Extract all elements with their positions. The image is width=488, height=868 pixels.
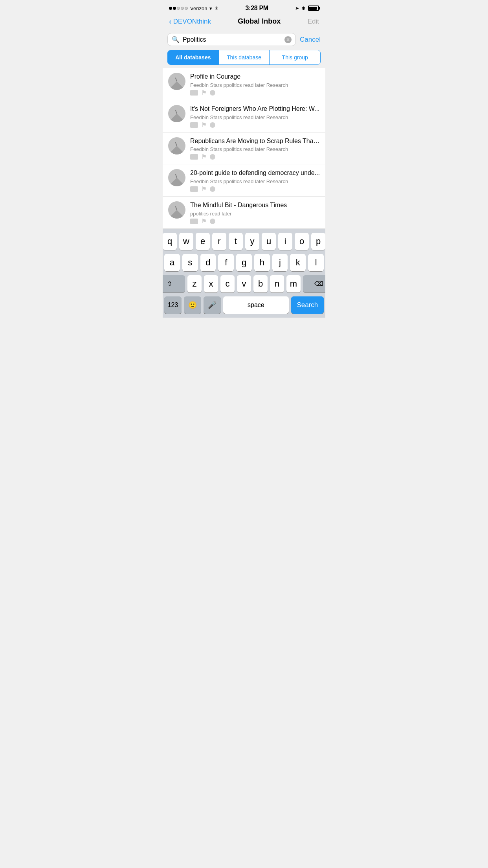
keyboard: q w e r t y u i o p a s d f g h j k l ⇧ … <box>163 229 325 318</box>
key-z[interactable]: z <box>187 275 202 292</box>
activity-icon: ✳ <box>215 6 218 11</box>
status-dot <box>210 219 215 224</box>
key-i[interactable]: i <box>278 233 292 250</box>
key-t[interactable]: t <box>229 233 243 250</box>
label-icon <box>190 90 198 96</box>
key-e[interactable]: e <box>196 233 210 250</box>
key-c[interactable]: c <box>220 275 235 292</box>
tab-all-databases[interactable]: All databases <box>168 50 219 64</box>
key-a[interactable]: a <box>164 254 180 271</box>
result-tags: Feedbin Stars ppolitics read later Resea… <box>190 178 320 184</box>
result-content: The Mindful Bit - Dangerous Times ppolit… <box>190 201 320 224</box>
label-icon <box>190 122 198 128</box>
result-content: Republicans Are Moving to Scrap Rules Th… <box>190 137 320 160</box>
label-icon <box>190 154 198 160</box>
result-tags: Feedbin Stars ppolitics read later Resea… <box>190 82 320 88</box>
results-list: Profile in Courage Feedbin Stars ppoliti… <box>163 68 325 229</box>
location-icon: ➤ <box>295 6 299 11</box>
result-title: Profile in Courage <box>190 73 320 81</box>
signal-dot <box>185 7 188 10</box>
key-y[interactable]: y <box>245 233 259 250</box>
key-x[interactable]: x <box>204 275 218 292</box>
edit-button[interactable]: Edit <box>308 18 319 26</box>
result-tags: Feedbin Stars ppolitics read later Resea… <box>190 146 320 152</box>
list-item[interactable]: Republicans Are Moving to Scrap Rules Th… <box>163 132 325 165</box>
signal-dot <box>181 7 184 10</box>
key-f[interactable]: f <box>218 254 234 271</box>
search-bar-container: 🔍 ✕ Cancel <box>163 29 325 50</box>
result-content: 20-point guide to defending democracy un… <box>190 169 320 192</box>
status-dot <box>210 154 215 160</box>
flag-icon: ⚑ <box>201 154 207 160</box>
status-time: 3:28 PM <box>246 5 268 12</box>
key-k[interactable]: k <box>290 254 306 271</box>
signal-dot <box>169 7 172 10</box>
keyboard-row-1: q w e r t y u i o p <box>164 233 324 250</box>
flag-icon: ⚑ <box>201 122 207 128</box>
key-h[interactable]: h <box>254 254 270 271</box>
list-item[interactable]: 20-point guide to defending democracy un… <box>163 164 325 197</box>
result-content: Profile in Courage Feedbin Stars ppoliti… <box>190 73 320 96</box>
space-key[interactable]: space <box>223 296 289 314</box>
search-input-wrap: 🔍 ✕ <box>167 33 296 46</box>
cancel-button[interactable]: Cancel <box>300 36 321 44</box>
key-v[interactable]: v <box>237 275 251 292</box>
key-p[interactable]: p <box>311 233 325 250</box>
status-left: Verizon ▾ ✳ <box>169 6 218 11</box>
signal-dots <box>169 7 188 10</box>
result-actions: ⚑ <box>190 90 320 96</box>
keyboard-row-3: ⇧ z x c v b n m ⌫ <box>164 275 324 292</box>
key-j[interactable]: j <box>272 254 288 271</box>
result-title: It's Not Foreigners Who Are Plotting Her… <box>190 105 320 113</box>
flag-icon: ⚑ <box>201 90 207 96</box>
list-item[interactable]: It's Not Foreigners Who Are Plotting Her… <box>163 100 325 132</box>
back-label: DEVONthink <box>173 18 211 26</box>
clear-button[interactable]: ✕ <box>284 36 292 43</box>
result-actions: ⚑ <box>190 218 320 224</box>
keyboard-bottom-row: 123 🙂 🎤 space Search <box>164 296 324 314</box>
key-o[interactable]: o <box>295 233 309 250</box>
key-u[interactable]: u <box>262 233 276 250</box>
flag-icon: ⚑ <box>201 218 207 224</box>
key-n[interactable]: n <box>270 275 284 292</box>
search-input[interactable] <box>183 36 281 43</box>
flag-icon: ⚑ <box>201 186 207 192</box>
result-thumbnail <box>168 201 185 219</box>
tab-this-group[interactable]: This group <box>270 50 320 64</box>
key-s[interactable]: s <box>182 254 198 271</box>
list-item[interactable]: The Mindful Bit - Dangerous Times ppolit… <box>163 197 325 229</box>
status-bar: Verizon ▾ ✳ 3:28 PM ➤ ✱ <box>163 0 325 16</box>
label-icon <box>190 219 198 224</box>
tab-this-database[interactable]: This database <box>219 50 270 64</box>
back-button[interactable]: ‹ DEVONthink <box>169 18 211 26</box>
dictation-key[interactable]: 🎤 <box>204 296 221 314</box>
result-title: Republicans Are Moving to Scrap Rules Th… <box>190 137 320 145</box>
status-dot <box>210 90 215 96</box>
wifi-icon: ▾ <box>209 6 212 11</box>
numbers-key[interactable]: 123 <box>164 296 182 314</box>
result-thumbnail <box>168 105 185 122</box>
battery-icon <box>308 6 319 11</box>
key-b[interactable]: b <box>253 275 268 292</box>
search-key[interactable]: Search <box>291 296 324 314</box>
key-d[interactable]: d <box>200 254 216 271</box>
key-r[interactable]: r <box>212 233 226 250</box>
key-m[interactable]: m <box>286 275 301 292</box>
list-item[interactable]: Profile in Courage Feedbin Stars ppoliti… <box>163 68 325 100</box>
shift-key[interactable]: ⇧ <box>163 275 185 292</box>
result-thumbnail <box>168 137 185 154</box>
key-w[interactable]: w <box>179 233 193 250</box>
key-l[interactable]: l <box>308 254 324 271</box>
nav-bar: ‹ DEVONthink Global Inbox Edit <box>163 16 325 29</box>
result-thumbnail <box>168 169 185 186</box>
carrier-label: Verizon <box>190 6 207 11</box>
result-title: 20-point guide to defending democracy un… <box>190 169 320 177</box>
bluetooth-icon: ✱ <box>301 6 306 11</box>
emoji-key[interactable]: 🙂 <box>184 296 201 314</box>
delete-key[interactable]: ⌫ <box>303 275 325 292</box>
chevron-left-icon: ‹ <box>169 17 172 25</box>
result-actions: ⚑ <box>190 122 320 128</box>
label-icon <box>190 186 198 192</box>
key-q[interactable]: q <box>163 233 177 250</box>
key-g[interactable]: g <box>236 254 252 271</box>
